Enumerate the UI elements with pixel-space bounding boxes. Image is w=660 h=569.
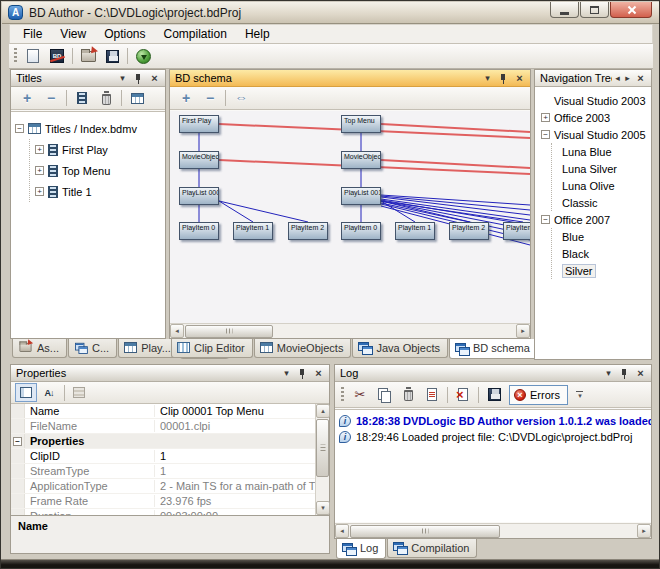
nav-item-black[interactable]: Black xyxy=(552,245,651,262)
properties-menu-button[interactable]: ▾ xyxy=(279,367,294,380)
nav-item-label[interactable]: Classic xyxy=(562,197,597,209)
schema-node-playitem[interactable]: PlayItem 1 xyxy=(233,222,273,240)
categorized-view-button[interactable] xyxy=(15,383,37,402)
schema-node-playitem[interactable]: PlayItem 1 xyxy=(395,222,435,240)
nav-item-label[interactable]: Office 2003 xyxy=(554,112,610,124)
menu-view[interactable]: View xyxy=(51,25,95,43)
expand-expander[interactable]: + xyxy=(35,145,44,154)
tree-root-label[interactable]: Titles / Index.bdmv xyxy=(45,123,137,135)
schema-menu-button[interactable]: ▾ xyxy=(480,72,495,85)
property-value[interactable]: 23.976 fps xyxy=(155,495,315,507)
navigation-tree[interactable]: Visual Studio 2003 + Office 2003 − Visua… xyxy=(535,88,651,359)
titles-menu-button[interactable]: ▾ xyxy=(115,72,130,85)
toolbar-overflow-button[interactable]: ▾ xyxy=(574,391,586,398)
log-hscrollbar[interactable]: ◂ ▸ xyxy=(335,523,651,538)
property-value[interactable]: 1 xyxy=(155,465,315,477)
property-label[interactable]: FileName xyxy=(25,420,155,432)
log-entry[interactable]: i 18:29:46 Loaded project file: C:\DVDLo… xyxy=(335,429,651,445)
scroll-right-arrow[interactable]: ▸ xyxy=(637,524,651,538)
scroll-thumb[interactable] xyxy=(185,325,273,338)
scroll-up-arrow[interactable]: ▴ xyxy=(316,404,330,418)
schema-pin-button[interactable] xyxy=(496,72,511,85)
schema-node-playlist[interactable]: PlayList 001 xyxy=(341,187,381,205)
menu-options[interactable]: Options xyxy=(95,25,154,43)
schema-remove-button[interactable]: − xyxy=(198,88,222,109)
log-menu-button[interactable]: ▾ xyxy=(601,367,616,380)
compile-button[interactable] xyxy=(131,46,155,67)
log-header[interactable]: Log ▾ × xyxy=(335,365,651,382)
titles-pin-button[interactable] xyxy=(131,72,146,85)
properties-header[interactable]: Properties ▾ × xyxy=(11,365,329,382)
title-bar[interactable]: A BD Author - C:\DVDLogic\project.bdProj xyxy=(2,2,660,24)
tab-java-objects[interactable]: Java Objects xyxy=(352,339,448,358)
new-bd-project-button[interactable]: BD xyxy=(45,46,69,67)
nav-scroll-right-button[interactable]: ▸ xyxy=(623,72,632,85)
tree-row-first-play[interactable]: + First Play xyxy=(30,139,165,160)
log-list[interactable]: i 18:28:38 DVDLogic BD Author version 1.… xyxy=(335,409,651,522)
schema-node-first-play[interactable]: First Play xyxy=(179,115,219,133)
scroll-thumb[interactable] xyxy=(350,525,500,538)
close-button[interactable] xyxy=(610,2,652,18)
save-log-button[interactable] xyxy=(482,384,506,405)
tab-movieobjects[interactable]: MovieObjects xyxy=(254,339,352,358)
tree-row-title-1[interactable]: + Title 1 xyxy=(30,181,165,202)
cut-button[interactable]: ✂ xyxy=(348,384,372,405)
collapse-expander[interactable]: − xyxy=(13,437,22,446)
nav-item-label[interactable]: Luna Olive xyxy=(562,180,615,192)
menu-file[interactable]: File xyxy=(14,25,51,43)
tab-clip-editor[interactable]: Clip Editor xyxy=(171,339,253,358)
nav-close-button[interactable]: × xyxy=(633,72,648,85)
nav-item-vs2005[interactable]: − Visual Studio 2005 xyxy=(541,126,651,143)
log-pin-button[interactable] xyxy=(617,367,632,380)
nav-item-label[interactable]: Luna Blue xyxy=(562,146,612,158)
titles-close-button[interactable]: × xyxy=(147,72,162,85)
collapse-expander[interactable]: − xyxy=(541,215,550,224)
nav-scroll-left-button[interactable]: ◂ xyxy=(613,72,622,85)
expand-expander[interactable]: + xyxy=(35,187,44,196)
property-label[interactable]: ApplicationType xyxy=(25,480,155,492)
delete-button[interactable] xyxy=(94,88,118,109)
schema-hscrollbar[interactable]: ◂ ▸ xyxy=(170,323,530,338)
collapse-expander[interactable]: − xyxy=(541,130,550,139)
nav-item-luna-olive[interactable]: Luna Olive xyxy=(552,177,651,194)
schema-node-playlist[interactable]: PlayList 000 xyxy=(179,187,219,205)
properties-vscrollbar[interactable]: ▴ ▾ xyxy=(315,404,329,515)
property-value[interactable]: 2 - Main TS for a main-path of Time bas xyxy=(155,480,315,492)
property-value[interactable]: Clip 00001 Top Menu xyxy=(155,405,315,417)
tree-item-label[interactable]: Title 1 xyxy=(62,186,92,198)
alphabetical-sort-button[interactable]: A↓ xyxy=(38,383,60,402)
new-document-button[interactable] xyxy=(21,46,45,67)
schema-node-playitem[interactable]: PlayItem 2 xyxy=(449,222,489,240)
expand-expander[interactable]: + xyxy=(541,113,550,122)
property-value[interactable]: 00001.clpi xyxy=(155,420,315,432)
scroll-thumb[interactable] xyxy=(316,419,329,477)
log-entry[interactable]: i 18:28:38 DVDLogic BD Author version 1.… xyxy=(335,413,651,429)
nav-item-label[interactable]: Office 2007 xyxy=(554,214,610,226)
scroll-right-arrow[interactable]: ▸ xyxy=(516,324,530,338)
log-list-button[interactable] xyxy=(420,384,444,405)
nav-item-vs2003[interactable]: Visual Studio 2003 xyxy=(541,92,651,109)
schema-node-movieobject[interactable]: MovieObject xyxy=(179,151,219,169)
minimize-button[interactable] xyxy=(550,2,579,18)
tab-compilation[interactable]: Compilation xyxy=(387,539,477,558)
bd-schema-header[interactable]: BD schema ▾ × xyxy=(170,70,530,87)
menu-compilation[interactable]: Compilation xyxy=(155,25,236,43)
schema-node-movieobject[interactable]: MovieObject xyxy=(341,151,381,169)
properties-pin-button[interactable] xyxy=(295,367,310,380)
property-value[interactable]: 1 xyxy=(155,450,315,462)
clear-log-button[interactable] xyxy=(396,384,420,405)
schema-node-top-menu[interactable]: Top Menu xyxy=(341,115,381,133)
toolbar-grip[interactable] xyxy=(341,387,344,403)
nav-item-office2003[interactable]: + Office 2003 xyxy=(541,109,651,126)
nav-item-luna-blue[interactable]: Luna Blue xyxy=(552,143,651,160)
menu-help[interactable]: Help xyxy=(236,25,279,43)
nav-item-label[interactable]: Luna Silver xyxy=(562,163,617,175)
schema-node-playitem[interactable]: PlayItem 3 xyxy=(503,222,530,240)
tree-row-root[interactable]: − Titles / Index.bdmv xyxy=(15,118,165,139)
nav-item-blue[interactable]: Blue xyxy=(552,228,651,245)
tree-row-top-menu[interactable]: + Top Menu xyxy=(30,160,165,181)
titles-tree[interactable]: − Titles / Index.bdmv + First Play + Top… xyxy=(11,111,165,338)
titles-panel-header[interactable]: Titles ▾ × xyxy=(11,70,165,87)
open-project-button[interactable] xyxy=(76,46,100,67)
nav-item-silver[interactable]: Silver xyxy=(552,262,651,279)
